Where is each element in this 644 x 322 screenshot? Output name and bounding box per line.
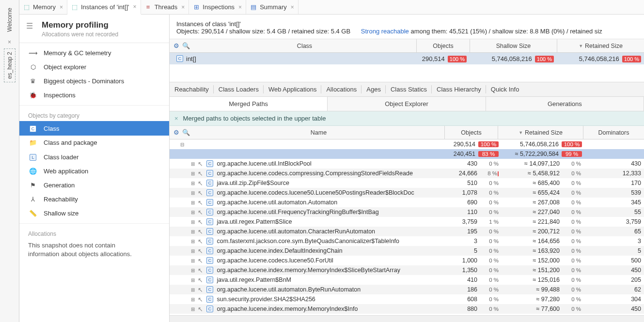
expand-icon[interactable]: ⊞ bbox=[190, 239, 196, 244]
view-tab-object-explorer[interactable]: Object Explorer bbox=[328, 97, 486, 111]
expand-icon[interactable]: ⊞ bbox=[190, 287, 196, 292]
table-row[interactable]: ⊞↖C org.apache.lucene.util.automaton.Cha… bbox=[170, 227, 644, 236]
detail-tab-allocations[interactable]: Allocations bbox=[321, 82, 361, 96]
close-icon[interactable]: × bbox=[60, 4, 63, 11]
sidebar-item-class-loader[interactable]: LClass loader bbox=[19, 150, 169, 164]
detail-tabstrip: ReachabilityClass LoadersWeb Application… bbox=[170, 82, 644, 97]
expand-icon[interactable]: ⊞ bbox=[190, 181, 196, 186]
expand-icon[interactable]: ⊞ bbox=[190, 190, 196, 196]
table-row[interactable]: ⊞↖C org.apache.lucene.codecs.lucene50.Fo… bbox=[170, 256, 644, 265]
tab-memory[interactable]: ⬚Memory× bbox=[19, 0, 67, 14]
table-row[interactable]: ⊟ 290,514100 % 5,746,058,216100 % bbox=[170, 139, 644, 149]
col-shallow[interactable]: Shallow Size bbox=[470, 39, 557, 52]
expand-icon[interactable]: ⊞ bbox=[190, 248, 196, 254]
table-row[interactable]: ⊞↖C org.apache.lucene.util.IntBlockPool … bbox=[170, 159, 644, 169]
tab-instances-of-int-[interactable]: ⬚Instances of 'int[]'× bbox=[67, 0, 141, 15]
expand-icon[interactable]: ⊞ bbox=[190, 268, 196, 273]
dcol-retained[interactable]: ▼Retained Size bbox=[498, 126, 583, 139]
col-objects[interactable]: Objects bbox=[416, 39, 470, 52]
search-icon[interactable]: 🔍 bbox=[182, 129, 190, 137]
table-row[interactable]: ⊞↖C org.apache.lucene.util.FrequencyTrac… bbox=[170, 207, 644, 217]
gear-icon[interactable]: ⚙ bbox=[173, 42, 180, 50]
detail-tab-class-loaders[interactable]: Class Loaders bbox=[214, 82, 264, 96]
tab-threads[interactable]: ≡Threads× bbox=[141, 0, 189, 14]
path-arrow-icon: ↖ bbox=[198, 296, 204, 303]
view-tab-merged-paths[interactable]: Merged Paths bbox=[170, 97, 328, 111]
table-row[interactable]: ⊞↖C com.fasterxml.jackson.core.sym.ByteQ… bbox=[170, 236, 644, 246]
dcol-name[interactable]: Name bbox=[193, 126, 444, 139]
detail-tab-reachability[interactable]: Reachability bbox=[170, 82, 214, 96]
row-name: java.util.regex.Pattern$Slice bbox=[215, 218, 292, 225]
hint-close-icon[interactable]: × bbox=[174, 115, 178, 122]
sidebar-item-class-and-package[interactable]: 📁Class and package bbox=[19, 136, 169, 150]
left-rail: Welcome × es_heap 2 bbox=[0, 0, 19, 322]
menu-icon[interactable]: ☰ bbox=[26, 21, 33, 31]
expand-icon[interactable]: ⊞ bbox=[190, 219, 196, 225]
sidebar-item-generation[interactable]: ⚑Generation bbox=[19, 178, 169, 192]
col-class[interactable]: Class bbox=[193, 39, 416, 52]
sidebar-item-biggest-objects-dominators[interactable]: ♛Biggest objects - Dominators bbox=[19, 74, 169, 88]
col-retained[interactable]: ▼Retained Size bbox=[557, 39, 644, 52]
tab-summary[interactable]: ▤Summary× bbox=[246, 0, 298, 14]
strong-reachable-link[interactable]: Strong reachable bbox=[361, 28, 409, 35]
close-icon[interactable]: × bbox=[291, 4, 294, 11]
sidebar-item-inspections[interactable]: 🐞Inspections bbox=[19, 88, 169, 102]
summary-reachable-stats: among them: 45,521 (15%) / shallow size:… bbox=[410, 28, 602, 35]
sidebar-item-web-application[interactable]: 🌐Web application bbox=[19, 164, 169, 178]
table-row[interactable]: ⊞↖C sun.security.provider.SHA2$SHA256 60… bbox=[170, 294, 644, 304]
expand-icon[interactable]: ⊞ bbox=[190, 277, 196, 283]
table-row[interactable]: ⊞↖C org.apache.lucene.index.memory.Memor… bbox=[170, 265, 644, 275]
detail-tab-class-hierarchy[interactable]: Class Hierarchy bbox=[432, 82, 486, 96]
es-heap-tab[interactable]: es_heap 2 bbox=[4, 48, 16, 82]
close-icon[interactable]: × bbox=[133, 3, 137, 10]
table-row[interactable]: ⊞↖C org.apache.lucene.index.DefaultIndex… bbox=[170, 246, 644, 256]
es-heap-close-icon[interactable]: × bbox=[8, 39, 11, 46]
view-tab-generations[interactable]: Generations bbox=[486, 97, 644, 111]
table-row[interactable]: ⊞↖C org.apache.lucene.index.memory.Memor… bbox=[170, 304, 644, 314]
table-row[interactable]: ⊞↖C org.apache.lucene.util.automaton.Aut… bbox=[170, 198, 644, 207]
welcome-tab[interactable]: Welcome bbox=[4, 3, 15, 37]
expand-icon[interactable]: ⊞ bbox=[190, 307, 196, 312]
ruler-icon: 📏 bbox=[28, 210, 38, 217]
summary-header: Instances of class 'int[]' Objects: 290,… bbox=[170, 15, 644, 39]
class-icon: C bbox=[206, 170, 213, 177]
summary-icon: ▤ bbox=[250, 4, 257, 11]
expand-icon[interactable]: ⊞ bbox=[190, 200, 196, 205]
sidebar-item-memory-gc-telemetry[interactable]: ⟿Memory & GC telemetry bbox=[19, 46, 169, 60]
detail-tab-class-statics[interactable]: Class Statics bbox=[386, 82, 432, 96]
sidebar-item-object-explorer[interactable]: ⬡Object explorer bbox=[19, 60, 169, 74]
detail-tab-ages[interactable]: Ages bbox=[361, 82, 386, 96]
table-row[interactable]: ⊞↖C java.util.zip.ZipFile$Source 5100 % … bbox=[170, 178, 644, 188]
gear-icon[interactable]: ⚙ bbox=[173, 129, 180, 137]
table-row[interactable]: ⊞↖C java.util.regex.Pattern$BnM 4100 % ≈… bbox=[170, 275, 644, 285]
table-row[interactable]: 240,45183 % ≈ 5,722,290,58499 % bbox=[170, 149, 644, 159]
expand-icon[interactable]: ⊞ bbox=[190, 171, 196, 176]
expand-icon[interactable]: ⊞ bbox=[190, 297, 196, 302]
summary-line1: Instances of class 'int[]' bbox=[176, 20, 637, 28]
sidebar-item-class[interactable]: CClass bbox=[19, 121, 169, 136]
close-icon[interactable]: × bbox=[181, 4, 185, 11]
table-row[interactable]: ⊞↖C org.apache.lucene.codecs.compressing… bbox=[170, 169, 644, 178]
detail-tab-web-applications[interactable]: Web Applications bbox=[264, 82, 322, 96]
expand-icon[interactable]: ⊞ bbox=[190, 258, 196, 263]
class-row-int-array[interactable]: C int[] 290,514100 % 5,746,058,216100 % … bbox=[170, 53, 644, 64]
dcol-dominators[interactable]: Dominators bbox=[583, 126, 644, 139]
close-icon[interactable]: × bbox=[238, 4, 242, 11]
expand-icon[interactable]: ⊞ bbox=[190, 210, 196, 215]
expand-icon[interactable]: ⊞ bbox=[190, 229, 196, 234]
table-row[interactable]: ⊞↖C org.apache.lucene.util.automaton.Byt… bbox=[170, 285, 644, 294]
expand-icon[interactable]: ⊟ bbox=[179, 142, 185, 147]
sidebar-item-reachability[interactable]: ⅄Reachability bbox=[19, 192, 169, 206]
folder-icon: 📁 bbox=[28, 139, 38, 146]
expand-icon[interactable]: ⊞ bbox=[190, 161, 196, 167]
horizontal-scrollbar[interactable] bbox=[170, 315, 644, 322]
table-row[interactable]: ⊞↖C org.apache.lucene.codecs.lucene50.Lu… bbox=[170, 188, 644, 198]
sidebar-item-shallow-size[interactable]: 📏Shallow size bbox=[19, 206, 169, 220]
table-row[interactable]: ⊞↖C java.util.regex.Pattern$Slice 3,7591… bbox=[170, 217, 644, 227]
row-name: org.apache.lucene.index.DefaultIndexingC… bbox=[215, 247, 343, 254]
search-icon[interactable]: 🔍 bbox=[182, 42, 190, 50]
tab-inspections[interactable]: ⊞Inspections× bbox=[189, 0, 246, 14]
detail-tab-quick-info[interactable]: Quick Info bbox=[486, 82, 524, 96]
dcol-objects[interactable]: Objects bbox=[444, 126, 498, 139]
data-table-body[interactable]: ⊟ 290,514100 % 5,746,058,216100 % 240,45… bbox=[170, 139, 644, 315]
